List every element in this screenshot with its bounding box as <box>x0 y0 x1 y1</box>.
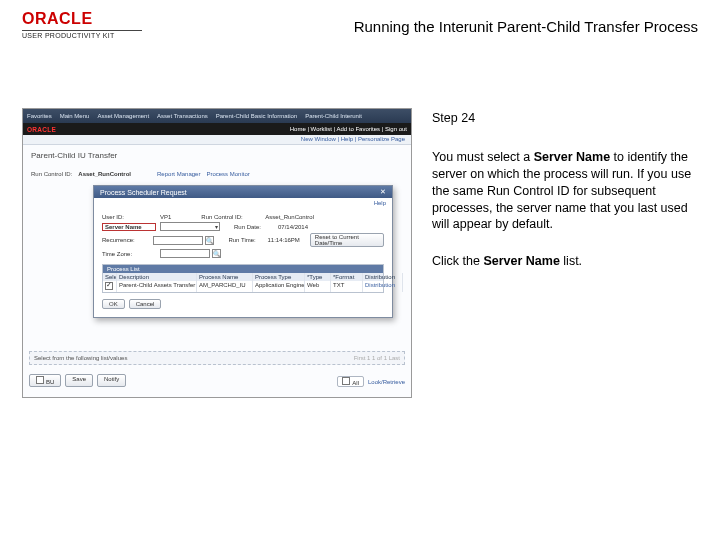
recurrence-label: Recurrence: <box>102 237 149 243</box>
instruction-paragraph-1: You must select a Server Name to identif… <box>432 149 692 233</box>
instruction-paragraph-2: Click the Server Name list. <box>432 253 692 270</box>
time-zone-input[interactable] <box>160 249 210 258</box>
process-scheduler-dialog: Process Scheduler Request ✕ Help User ID… <box>93 185 393 318</box>
reset-time-button[interactable]: Reset to Current Date/Time <box>310 233 384 247</box>
user-id-value: VP1 <box>160 214 171 220</box>
server-name-label: Server Name <box>102 223 156 231</box>
all-pill: All <box>337 376 364 387</box>
breadcrumb: Parent-Child IU Transfer <box>31 151 117 160</box>
process-list-grid: Process List Select Description Process … <box>102 264 384 293</box>
dialog-help-link[interactable]: Help <box>94 198 392 208</box>
run-control-label: Run Control ID: <box>31 171 72 177</box>
app-screenshot: Favorites Main Menu Asset Management Ass… <box>22 108 412 398</box>
recurrence-input[interactable] <box>153 236 203 245</box>
menu-asset-trans: Asset Transactions <box>157 113 208 119</box>
server-name-dropdown[interactable] <box>160 222 220 231</box>
col-select: Select <box>103 273 117 281</box>
col-type: *Type <box>305 273 331 281</box>
row-distribution-link[interactable]: Distribution <box>363 281 403 292</box>
app-brandbar: ORACLE Home | Worklist | Add to Favorite… <box>23 123 411 135</box>
row-description: Parent-Child Assets Transfer <box>117 281 197 292</box>
run-time-value: 11:14:16PM <box>267 237 299 243</box>
app-brand-logo: ORACLE <box>27 126 56 133</box>
save-button[interactable]: Save <box>65 374 93 387</box>
lookup-icon[interactable]: 🔍 <box>205 236 214 245</box>
app-brand-links: Home | Worklist | Add to Favorites | Sig… <box>290 126 407 132</box>
report-manager-link: Report Manager <box>157 171 200 177</box>
col-distribution: Distribution <box>363 273 403 281</box>
notify-button[interactable]: Notify <box>97 374 126 387</box>
row-select-checkbox[interactable] <box>105 282 113 290</box>
col-format: *Format <box>331 273 363 281</box>
run-control-id-value: Asset_RunControl <box>265 214 314 220</box>
selection-bar-text: Select from the following list/values <box>34 355 127 361</box>
menu-favorites: Favorites <box>27 113 52 119</box>
app-utility-links: New Window | Help | Personalize Page <box>23 135 411 145</box>
dialog-ok-button[interactable]: OK <box>102 299 125 309</box>
run-time-label: Run Time: <box>228 237 263 243</box>
process-monitor-link: Process Monitor <box>206 171 249 177</box>
row-format: TXT <box>331 281 363 292</box>
logo-subtitle: USER PRODUCTIVITY KIT <box>22 32 142 39</box>
run-control-id-label: Run Control ID: <box>201 214 261 220</box>
instruction-panel: Step 24 You must select a Server Name to… <box>432 110 692 290</box>
row-process-name: AM_PARCHD_IU <box>197 281 253 292</box>
dialog-title: Process Scheduler Request <box>100 189 187 196</box>
process-list-header: Process List <box>103 265 383 273</box>
row-type: Web <box>305 281 331 292</box>
bu-button[interactable]: BU <box>29 374 61 387</box>
dialog-cancel-button[interactable]: Cancel <box>129 299 162 309</box>
close-icon[interactable]: ✕ <box>380 188 386 196</box>
lookup-icon[interactable]: 🔍 <box>212 249 221 258</box>
row-process-type: Application Engine <box>253 281 305 292</box>
table-row: Parent-Child Assets Transfer AM_PARCHD_I… <box>103 281 383 292</box>
col-description: Description <box>117 273 197 281</box>
run-control-value: Asset_RunControl <box>78 171 131 177</box>
page-title: Running the Interunit Parent-Child Trans… <box>354 18 698 35</box>
selection-bar: Select from the following list/values Fi… <box>29 351 405 365</box>
time-zone-label: Time Zone: <box>102 251 156 257</box>
step-label: Step 24 <box>432 110 692 127</box>
app-menubar: Favorites Main Menu Asset Management Ass… <box>23 109 411 123</box>
menu-parent-child-iu: Parent-Child Interunit <box>305 113 362 119</box>
look-retrieve-link: Look/Retrieve <box>368 379 405 385</box>
logo-brand: ORACLE <box>22 10 142 28</box>
run-date-label: Run Date: <box>234 224 274 230</box>
oracle-upk-logo: ORACLE USER PRODUCTIVITY KIT <box>22 10 142 39</box>
user-id-label: User ID: <box>102 214 156 220</box>
run-control-line: Run Control ID: Asset_RunControl Report … <box>31 171 250 177</box>
run-date-value: 07/14/2014 <box>278 224 308 230</box>
menu-main: Main Menu <box>60 113 90 119</box>
col-process-type: Process Type <box>253 273 305 281</box>
pager: First 1 1 of 1 Last <box>354 355 400 361</box>
menu-parent-child-basic: Parent-Child Basic Information <box>216 113 297 119</box>
menu-asset-mgmt: Asset Management <box>97 113 149 119</box>
col-process-name: Process Name <box>197 273 253 281</box>
